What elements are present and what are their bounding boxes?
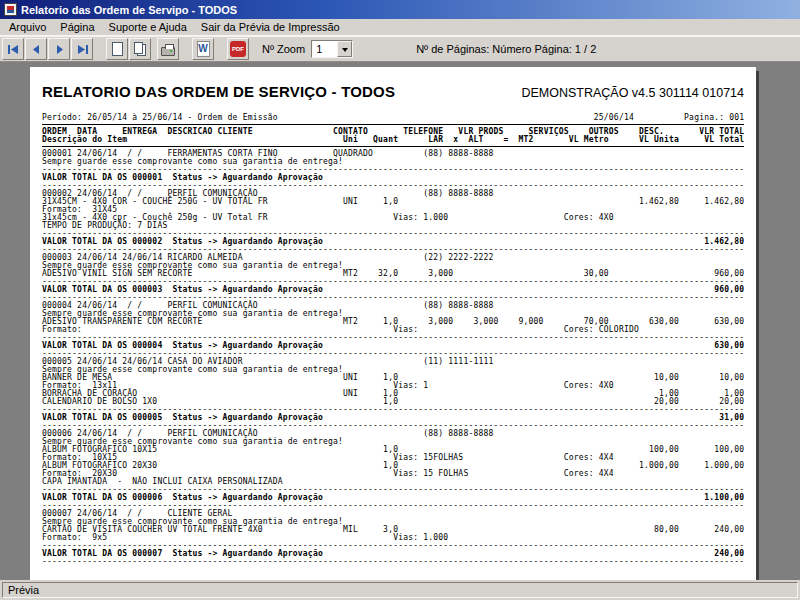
report-line: Descrição do Item Uni Quant LAR x ALT = … <box>42 136 744 144</box>
zoom-select[interactable]: 1 <box>311 40 353 58</box>
print-button[interactable] <box>157 38 179 60</box>
pages-info: Nº de Páginas: Número Página: 1 / 2 <box>416 43 596 55</box>
report-page: RELATORIO DAS ORDEM DE SERVIÇO - TODOS D… <box>30 67 756 580</box>
chevron-down-icon <box>342 48 348 55</box>
prev-page-button[interactable] <box>25 38 47 60</box>
titlebar: Relatorio das Ordem de Servipo - TODOS <box>0 0 800 19</box>
last-page-button[interactable] <box>71 38 93 60</box>
single-page-view-button[interactable] <box>106 38 128 60</box>
first-page-icon <box>7 44 20 55</box>
app-icon <box>4 3 17 16</box>
last-page-icon <box>76 44 89 55</box>
report-line: Período: 26/05/14 à 25/06/14 - Ordem de … <box>42 114 744 122</box>
report-header: RELATORIO DAS ORDEM DE SERVIÇO - TODOS D… <box>42 83 744 100</box>
first-page-button[interactable] <box>2 38 24 60</box>
report-body: Período: 26/05/14 à 25/06/14 - Ordem de … <box>42 114 744 566</box>
next-page-button[interactable] <box>48 38 70 60</box>
pdf-export-button[interactable]: PDF <box>227 38 249 60</box>
zoom-label: Nº Zoom <box>262 43 305 55</box>
zoom-value: 1 <box>312 43 337 55</box>
word-icon: W <box>197 41 210 57</box>
next-page-icon <box>53 44 66 55</box>
menu-item-suporte[interactable]: Suporte e Ajuda <box>102 20 194 34</box>
menubar: Arquivo Página Suporte e Ajuda Sair da P… <box>0 19 800 36</box>
multi-page-view-button[interactable] <box>129 38 151 60</box>
report-line: 31X45CM - 4X0 COR - COUCHÊ 250G - UV TOT… <box>42 198 744 206</box>
preview-area: RELATORIO DAS ORDEM DE SERVIÇO - TODOS D… <box>0 62 800 580</box>
window-title: Relatorio das Ordem de Servipo - TODOS <box>21 4 237 16</box>
statusbar: Prévia <box>0 580 800 600</box>
report-separator: ----------------------------------------… <box>42 558 744 566</box>
report-version: DEMONSTRAÇÃO v4.5 301114 010714 <box>521 86 744 100</box>
zoom-dropdown-button[interactable] <box>337 41 352 57</box>
report-title: RELATORIO DAS ORDEM DE SERVIÇO - TODOS <box>42 83 395 100</box>
menu-item-pagina[interactable]: Página <box>53 20 101 34</box>
status-text: Prévia <box>2 582 798 598</box>
printer-icon <box>161 47 175 56</box>
pdf-icon: PDF <box>230 41 246 57</box>
single-page-icon <box>112 42 123 56</box>
word-export-button[interactable]: W <box>192 38 214 60</box>
prev-page-icon <box>30 44 43 55</box>
menu-item-sair-previa[interactable]: Sair da Prévia de Impressão <box>194 20 347 34</box>
window: Relatorio das Ordem de Servipo - TODOS A… <box>0 0 800 600</box>
multi-page-icon <box>134 42 143 54</box>
toolbar: W PDF Nº Zoom 1 Nº de Páginas: Número Pá… <box>0 36 800 62</box>
menu-item-arquivo[interactable]: Arquivo <box>2 20 53 34</box>
